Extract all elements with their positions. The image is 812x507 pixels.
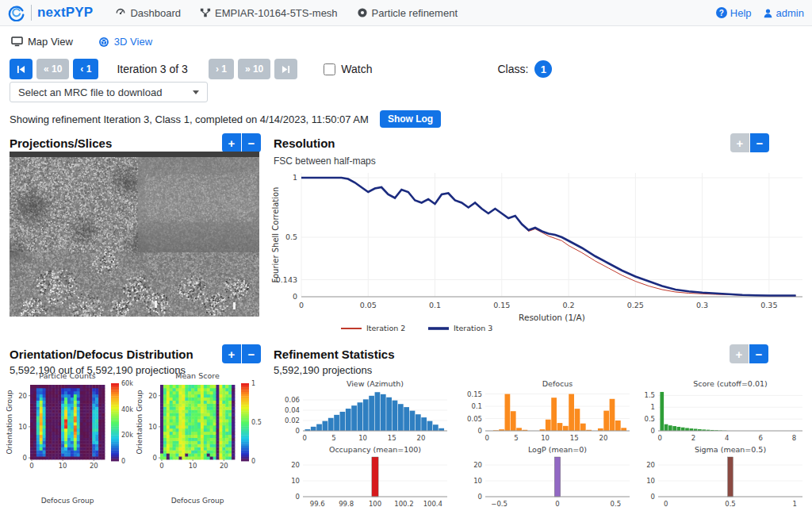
- brand[interactable]: nextPYP: [8, 4, 93, 21]
- svg-text:20: 20: [417, 434, 426, 442]
- fsc-chart[interactable]: 00.050.10.150.20.250.30.3510.50.1430Four…: [270, 168, 812, 340]
- svg-text:1: 1: [651, 403, 655, 411]
- svg-text:20: 20: [646, 461, 655, 469]
- tab-map-view[interactable]: Map View: [11, 36, 73, 48]
- orientation-title: Orientation/Defocus Distribution: [10, 348, 193, 361]
- projections-minus-button[interactable]: −: [242, 133, 261, 152]
- svg-text:100.2: 100.2: [394, 500, 413, 507]
- navbar-right: ? Help admin: [716, 7, 804, 19]
- svg-text:1.5: 1.5: [644, 391, 655, 399]
- svg-text:20: 20: [220, 462, 228, 470]
- help-icon: ?: [716, 7, 727, 18]
- svg-text:0.2: 0.2: [563, 301, 575, 309]
- svg-text:0.05: 0.05: [467, 415, 482, 423]
- svg-text:99.6: 99.6: [310, 500, 325, 507]
- svg-text:99.8: 99.8: [339, 500, 354, 507]
- tab-map-label: Map View: [28, 36, 73, 48]
- svg-text:0.06: 0.06: [285, 396, 300, 404]
- logp-histogram[interactable]: LogP (mean=0)01020−0.500.5: [458, 445, 634, 507]
- svg-text:40k: 40k: [121, 406, 133, 413]
- dashboard-icon: [115, 7, 126, 18]
- svg-text:10: 10: [148, 423, 157, 431]
- nav-item-block[interactable]: Particle refinement: [357, 7, 458, 19]
- svg-text:LogP (mean=0): LogP (mean=0): [528, 445, 587, 454]
- svg-text:100: 100: [369, 500, 381, 507]
- svg-text:0: 0: [555, 500, 559, 507]
- svg-text:0: 0: [478, 493, 482, 501]
- svg-text:60k: 60k: [121, 380, 133, 387]
- resolution-plus-button[interactable]: +: [730, 133, 749, 152]
- nav-item-dashboard[interactable]: Dashboard: [115, 7, 181, 19]
- occupancy-histogram[interactable]: Occupancy (mean=100)0102099.699.8100100.…: [276, 445, 452, 507]
- resolution-minus-button[interactable]: −: [750, 133, 769, 152]
- stats-minus-button[interactable]: −: [749, 344, 768, 363]
- svg-text:Mean Score: Mean Score: [175, 371, 220, 380]
- orientation-minus-button[interactable]: −: [242, 344, 261, 363]
- svg-text:0: 0: [299, 301, 304, 309]
- help-link[interactable]: ? Help: [716, 7, 752, 19]
- monitor-icon: [11, 36, 23, 47]
- svg-text:0: 0: [651, 427, 655, 435]
- svg-text:1: 1: [293, 173, 297, 182]
- svg-text:5: 5: [514, 434, 518, 442]
- brand-divider: [31, 5, 32, 21]
- last-iteration-button[interactable]: [274, 59, 297, 79]
- nav-label: EMPIAR-10164-5TS-mesh: [215, 7, 338, 19]
- view-azimuth-histogram[interactable]: View (Azimuth)00.020.040.0605101520: [276, 379, 452, 446]
- forward-1-button[interactable]: › 1: [209, 59, 234, 79]
- mrc-select-placeholder: Select an MRC file to download: [18, 86, 162, 98]
- svg-text:0.5: 0.5: [644, 415, 655, 423]
- back-10-button[interactable]: « 10: [36, 59, 69, 79]
- svg-text:20: 20: [148, 392, 157, 400]
- back-1-button[interactable]: ‹ 1: [73, 59, 98, 79]
- user-label: admin: [776, 7, 804, 19]
- tab-3d-view[interactable]: 3D View: [98, 36, 152, 48]
- svg-text:Fourier Shell Correlation: Fourier Shell Correlation: [271, 187, 280, 283]
- svg-text:0: 0: [296, 493, 300, 501]
- projections-plus-button[interactable]: +: [222, 133, 241, 152]
- svg-text:0.1: 0.1: [471, 402, 482, 410]
- svg-text:0.35: 0.35: [760, 301, 777, 309]
- svg-text:4: 4: [725, 434, 729, 442]
- svg-text:1: 1: [793, 500, 797, 507]
- sigma-histogram[interactable]: Sigma (mean=0.5)0102000.51: [631, 445, 807, 507]
- svg-text:0: 0: [651, 493, 655, 501]
- svg-text:20: 20: [473, 461, 482, 469]
- forward-10-button[interactable]: » 10: [238, 59, 270, 79]
- svg-text:0: 0: [485, 434, 488, 442]
- mrc-download-select[interactable]: Select an MRC file to download: [10, 82, 208, 102]
- svg-text:Orientation Group: Orientation Group: [136, 390, 144, 454]
- svg-text:Orientation Group: Orientation Group: [6, 390, 13, 454]
- svg-text:0.15: 0.15: [493, 301, 510, 309]
- svg-text:0.5: 0.5: [285, 232, 297, 241]
- projection-slices-image[interactable]: [10, 152, 259, 317]
- class-1-badge[interactable]: 1: [534, 60, 552, 78]
- watch-toggle[interactable]: Watch: [324, 63, 372, 75]
- first-iteration-button[interactable]: [10, 59, 33, 79]
- nav-label: Particle refinement: [372, 7, 458, 19]
- stats-zoom-controls: + −: [730, 344, 768, 363]
- svg-text:0: 0: [121, 458, 125, 465]
- nav-item-project[interactable]: EMPIAR-10164-5TS-mesh: [200, 7, 338, 19]
- svg-text:20: 20: [599, 434, 608, 442]
- skip-start-icon: [17, 65, 25, 74]
- help-label: Help: [730, 7, 752, 19]
- user-menu[interactable]: admin: [763, 7, 804, 19]
- mean-score-heatmap[interactable]: Mean Score0102001020Defocus GroupOrienta…: [136, 371, 265, 507]
- watch-checkbox[interactable]: [324, 63, 335, 75]
- particle-counts-heatmap[interactable]: Particle Counts0102001020Defocus GroupOr…: [6, 371, 135, 507]
- resolution-title: Resolution: [274, 136, 335, 150]
- show-log-button[interactable]: Show Log: [380, 110, 441, 128]
- svg-text:20: 20: [18, 392, 27, 400]
- svg-text:−0.5: −0.5: [491, 500, 508, 507]
- svg-text:0: 0: [478, 427, 482, 435]
- brand-name: nextPYP: [37, 5, 93, 21]
- score-histogram[interactable]: Score (cutoff=0.01)00.511.502468: [631, 379, 807, 446]
- stats-plus-button[interactable]: +: [730, 344, 749, 363]
- svg-text:10: 10: [358, 434, 367, 442]
- svg-text:Defocus Group: Defocus Group: [171, 497, 224, 505]
- orientation-plus-button[interactable]: +: [222, 344, 241, 363]
- svg-text:0.04: 0.04: [285, 406, 300, 414]
- defocus-histogram[interactable]: Defocus00.050.10.1505101520: [458, 379, 634, 446]
- block-icon: [357, 7, 368, 18]
